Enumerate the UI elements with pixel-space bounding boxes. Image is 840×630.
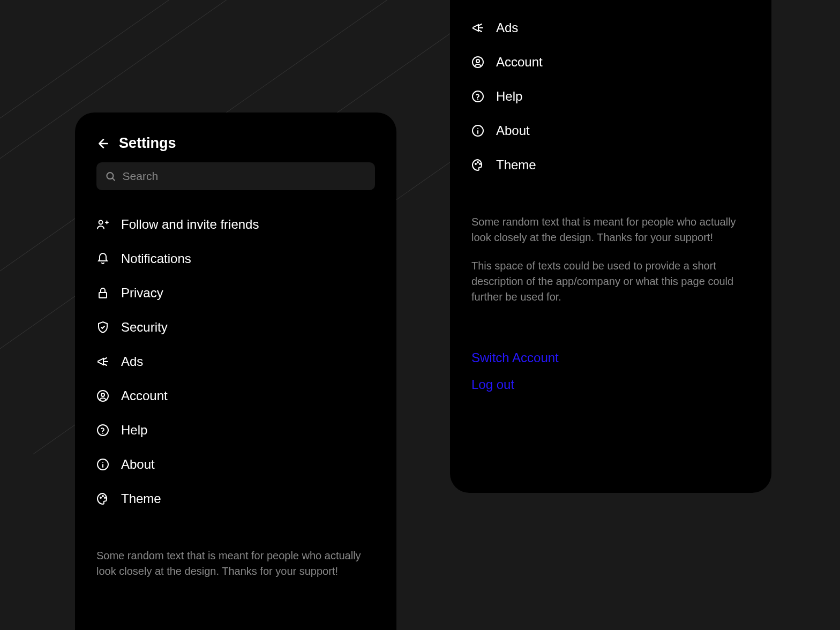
menu-item-about[interactable]: About (96, 447, 375, 482)
info-icon (471, 124, 484, 137)
help-icon (471, 90, 484, 103)
settings-screen-bottom: Ads Account Help (450, 0, 771, 493)
menu-label: Privacy (121, 286, 163, 301)
menu-label: Help (496, 89, 522, 104)
menu-item-theme[interactable]: Theme (96, 482, 375, 516)
svg-point-15 (477, 162, 478, 163)
info-icon (96, 458, 109, 471)
settings-screen-top: Settings Follow and invite friends (75, 112, 396, 630)
menu-label: Ads (121, 354, 143, 369)
svg-point-8 (102, 496, 103, 497)
svg-point-9 (104, 497, 106, 498)
search-input[interactable] (123, 170, 366, 183)
footer-paragraph: Some random text that is meant for peopl… (96, 548, 375, 579)
bell-icon (96, 252, 109, 265)
megaphone-icon (471, 21, 484, 34)
action-links: Switch Account Log out (450, 328, 771, 419)
menu-label: Ads (496, 20, 518, 35)
svg-point-14 (475, 163, 476, 164)
menu-item-about[interactable]: About (471, 114, 750, 148)
svg-point-1 (99, 221, 103, 224)
menu-label: Notifications (121, 251, 191, 266)
megaphone-icon (96, 355, 109, 368)
menu-item-privacy[interactable]: Privacy (96, 276, 375, 310)
menu-label: Account (496, 55, 543, 70)
header: Settings (75, 112, 396, 162)
menu-item-ads[interactable]: Ads (96, 344, 375, 379)
footer-text: Some random text that is meant for peopl… (75, 521, 396, 603)
svg-rect-2 (99, 292, 107, 298)
menu-item-theme[interactable]: Theme (471, 148, 750, 182)
footer-paragraph: Some random text that is meant for peopl… (471, 214, 750, 245)
menu-item-ads[interactable]: Ads (471, 11, 750, 45)
footer-text: Some random text that is meant for peopl… (450, 188, 771, 328)
menu-label: Help (121, 423, 147, 438)
shield-icon (96, 321, 109, 334)
palette-icon (96, 492, 109, 505)
svg-point-16 (479, 163, 481, 164)
account-circle-icon (471, 56, 484, 69)
menu-item-account[interactable]: Account (96, 379, 375, 413)
logout-link[interactable]: Log out (471, 371, 750, 398)
svg-point-4 (101, 393, 104, 396)
menu-item-security[interactable]: Security (96, 310, 375, 344)
menu-item-follow[interactable]: Follow and invite friends (96, 207, 375, 242)
lock-icon (96, 287, 109, 299)
switch-account-link[interactable]: Switch Account (471, 344, 750, 371)
menu-item-notifications[interactable]: Notifications (96, 242, 375, 276)
account-circle-icon (96, 389, 109, 402)
menu-list: Follow and invite friends Notifications … (75, 202, 396, 521)
search-box[interactable] (96, 162, 375, 190)
menu-label: About (496, 123, 530, 138)
menu-label: Security (121, 320, 168, 335)
menu-item-help[interactable]: Help (471, 79, 750, 114)
palette-icon (471, 159, 484, 171)
menu-item-help[interactable]: Help (96, 413, 375, 447)
search-icon (105, 170, 116, 182)
menu-label: Theme (121, 491, 161, 506)
footer-paragraph: This space of texts could be used to pro… (471, 258, 750, 305)
menu-item-account[interactable]: Account (471, 45, 750, 79)
user-plus-icon (96, 218, 109, 231)
svg-point-11 (476, 59, 479, 63)
page-title: Settings (119, 135, 176, 152)
menu-label: Follow and invite friends (121, 217, 259, 232)
menu-label: Theme (496, 158, 536, 172)
menu-label: Account (121, 388, 168, 403)
svg-point-7 (100, 497, 101, 498)
help-icon (96, 424, 109, 437)
back-arrow-icon[interactable] (96, 137, 110, 151)
menu-list: Ads Account Help (450, 5, 771, 188)
menu-label: About (121, 457, 155, 472)
